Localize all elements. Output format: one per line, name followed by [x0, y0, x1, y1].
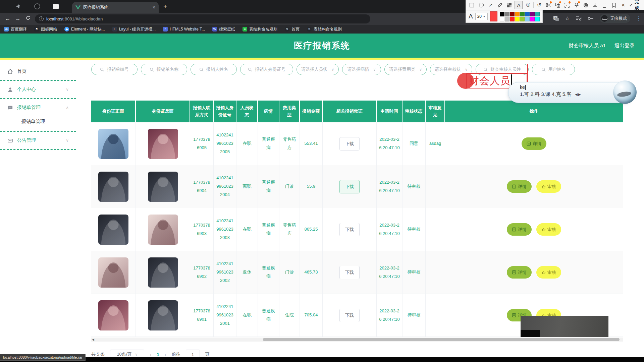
search-input-person-name[interactable]: 报销人姓名 [191, 64, 237, 75]
detail-button[interactable]: 详情 [507, 266, 532, 279]
cancel-icon[interactable]: × [619, 1, 627, 9]
search-input-bill-name[interactable]: 报销单名称 [141, 64, 187, 75]
id-card-back-photo[interactable] [148, 129, 178, 159]
pen-tool-icon[interactable] [496, 1, 504, 9]
app-square-icon[interactable] [53, 4, 59, 9]
detail-button[interactable]: 详情 [507, 180, 532, 193]
reimburse-table: 身份证正面 身份证反面 报销人联系方式 报销人身份证号 人员状态 病情 费用类型… [91, 101, 623, 337]
page-info-icon[interactable]: i [39, 16, 44, 21]
arrow-tool-icon[interactable]: ↗ [487, 1, 495, 9]
download-button[interactable]: 下载 [339, 180, 360, 193]
bookmark-item[interactable]: ≡表结构命名规则 [243, 26, 277, 32]
done-button[interactable]: ✓完成 [629, 0, 642, 11]
id-card-front-photo[interactable] [98, 257, 128, 288]
id-card-front-photo[interactable] [98, 172, 128, 202]
scan-frame-icon[interactable]: x [563, 1, 571, 9]
id-card-front-photo[interactable] [98, 300, 128, 330]
sidebar-item-home[interactable]: 首页 [0, 65, 76, 78]
audit-button[interactable]: 审核 [536, 223, 561, 236]
chevron-down-icon: ∨ [419, 67, 422, 72]
new-tab-icon[interactable]: + [163, 3, 167, 10]
forward-icon[interactable]: → [13, 15, 23, 22]
current-page[interactable]: 1 [157, 352, 159, 357]
number-tool-icon[interactable]: ① [524, 1, 532, 9]
select-person-status[interactable]: 请选择人员状∨ [297, 64, 339, 75]
horizontal-scrollbar[interactable]: ◀ [91, 338, 623, 342]
reload-icon[interactable] [23, 15, 33, 22]
download-button[interactable]: 下载 [339, 223, 360, 236]
bookmark-item[interactable]: W搜索壁纸 [212, 26, 235, 32]
current-color-swatch[interactable] [490, 11, 497, 21]
pin-icon[interactable] [573, 1, 581, 9]
record-icon[interactable] [582, 1, 590, 9]
browser-menu-icon[interactable]: ⋮ [636, 15, 641, 21]
search-input-id-number[interactable]: 报销人身份证号 [240, 64, 293, 75]
bookmark-item[interactable]: 译百度翻译 [4, 26, 27, 32]
id-card-front-photo[interactable] [98, 215, 128, 245]
ellipse-tool-icon[interactable] [477, 1, 485, 9]
font-size-select[interactable]: 20▼ [475, 13, 488, 20]
audit-button[interactable]: 审核 [536, 180, 561, 193]
screen: 医疗报销系统 × + ← → i localhost:8081/#/biaoxi… [0, 0, 644, 362]
thumb-up-icon [541, 270, 546, 275]
bookmark-item[interactable]: S表结构命名规则 [307, 26, 342, 32]
bookmark-item[interactable]: 5HTML5 Website T... [163, 27, 205, 32]
search-input-user-name[interactable]: 用户姓名 [532, 64, 575, 75]
logout-link[interactable]: 退出登录 [614, 43, 635, 49]
prev-page-icon[interactable]: ‹ [150, 352, 151, 357]
download-icon[interactable] [591, 1, 599, 9]
col-header: 报销人身份证号 [214, 101, 236, 122]
detail-button[interactable]: 详情 [522, 137, 546, 150]
bookmark-item[interactable]: LLayui - 经典开源模... [112, 26, 156, 32]
sidebar-subitem-reimburse-list[interactable]: 报销单管理 [0, 114, 76, 129]
bookmark-ribbon-icon[interactable] [610, 1, 618, 9]
id-card-back-photo[interactable] [148, 257, 178, 288]
id-card-front-photo[interactable] [98, 129, 128, 159]
bookmark-item[interactable]: ◆Element - 网站快... [64, 26, 105, 32]
app-circle-icon[interactable] [34, 3, 40, 9]
search-input-bill-no[interactable]: 报销单编号 [91, 64, 138, 75]
id-card-back-photo[interactable] [148, 172, 178, 202]
bookmark-star-icon[interactable]: ☆ [565, 15, 570, 21]
tab-close-icon[interactable]: × [153, 5, 155, 10]
globe-favicon: S [285, 27, 289, 32]
select-illness[interactable]: 请选择病情∨ [342, 64, 381, 75]
text-tool-icon[interactable]: A [515, 1, 523, 9]
bookmark-item[interactable]: ⚑图标网站 [34, 26, 57, 32]
incognito-badge[interactable]: 无痕模式 [600, 14, 630, 23]
download-button[interactable]: 下载 [339, 137, 360, 150]
cell-illness: 普通疾病 [258, 294, 279, 337]
detail-button[interactable]: 详情 [507, 223, 532, 236]
cell-amount: 865.25 [300, 208, 323, 251]
translate-icon[interactable]: A [553, 15, 559, 21]
mosaic-tool-icon[interactable] [505, 1, 514, 9]
id-card-back-photo[interactable] [148, 215, 178, 245]
download-button[interactable]: 下载 [339, 309, 360, 322]
id-card-back-photo[interactable] [148, 300, 178, 330]
scrollbar-thumb[interactable] [263, 338, 620, 341]
cell-idcard: 410224199610232001 [214, 294, 236, 337]
phone-icon[interactable] [600, 1, 608, 9]
color-palette[interactable] [500, 12, 540, 21]
undo-icon[interactable]: ↺ [535, 1, 543, 9]
sidebar-item-personal-center[interactable]: 个人中心 ∨ [0, 83, 76, 96]
next-page-icon[interactable]: › [165, 352, 166, 357]
bookmark-item[interactable]: S首页 [285, 26, 300, 32]
sidebar-item-notice-mgmt[interactable]: 公告管理 ∨ [0, 134, 76, 147]
select-fee-type[interactable]: 请选择费用类∨ [384, 64, 427, 75]
download-button[interactable]: 下载 [339, 266, 360, 279]
scissors-icon[interactable] [544, 1, 552, 9]
ime-candidates[interactable]: 1.可 2.科 3.课 4.克 5.客 [520, 91, 572, 98]
browser-tab[interactable]: 医疗报销系统 × [72, 2, 159, 13]
audit-button[interactable]: 审核 [536, 266, 561, 279]
key-icon[interactable] [588, 16, 594, 20]
extensions-icon[interactable] [576, 16, 582, 21]
rect-tool-icon[interactable] [468, 1, 476, 9]
back-icon[interactable]: ← [3, 15, 13, 22]
ime-page-arrows[interactable]: ◀▶ [575, 93, 581, 96]
address-bar[interactable]: i localhost:8081/#/biaoxiaodan [35, 14, 370, 23]
ocr-translate-icon[interactable]: A [554, 1, 562, 9]
scroll-left-icon[interactable]: ◀ [92, 338, 94, 341]
sidebar-item-reimburse-mgmt[interactable]: 报销单管理 ∧ [0, 101, 76, 114]
speaker-icon[interactable] [16, 4, 21, 9]
